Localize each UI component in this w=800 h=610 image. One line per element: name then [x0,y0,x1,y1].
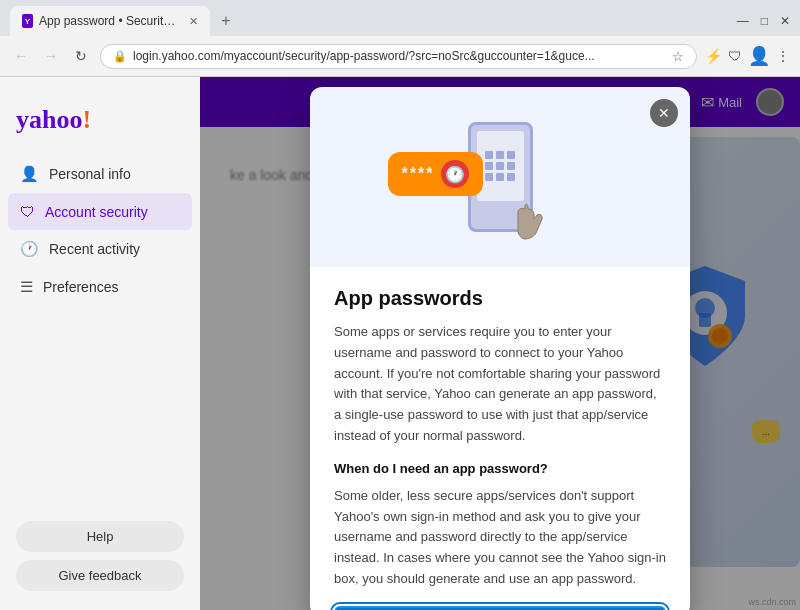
main-content: Blessy ⠿ ✉ Mail ke a look and pick what'… [200,77,800,610]
modal-body: App passwords Some apps or services requ… [310,267,690,610]
dot-4 [485,162,493,170]
maximize-button[interactable]: □ [761,14,768,28]
refresh-button[interactable]: ↻ [70,46,92,66]
forward-button[interactable]: → [40,46,62,66]
modal-subtitle: When do I need an app password? [334,461,666,476]
dot-1 [485,151,493,159]
sidebar-label-account-security: Account security [45,204,148,220]
sidebar-label-personal-info: Personal info [49,166,131,182]
phone-illustration: **** 🕐 [468,122,533,232]
dot-3 [507,151,515,159]
yahoo-logo-text: yahoo! [16,105,91,135]
phone-dots [485,151,515,181]
lock-icon: 🔒 [113,50,127,63]
toolbar-icons: ⚡ 🛡 👤 ⋮ [705,45,790,67]
shield-nav-icon: 🛡 [20,203,35,220]
stars-text: **** [402,165,435,183]
dot-8 [496,173,504,181]
tab-favicon: Y [22,14,33,28]
feedback-button[interactable]: Give feedback [16,560,184,591]
get-started-button[interactable]: Get started [334,606,666,610]
tab-close-button[interactable]: ✕ [189,15,198,28]
title-bar: Y App password • Security • Yahoo... ✕ +… [0,0,800,36]
address-bar-row: ← → ↻ 🔒 login.yahoo.com/myaccount/securi… [0,36,800,76]
hand-icon [500,199,550,249]
dot-7 [485,173,493,181]
sidebar-item-account-security[interactable]: 🛡 Account security [8,193,192,230]
help-button[interactable]: Help [16,521,184,552]
bookmark-icon[interactable]: ☆ [672,49,684,64]
url-text: login.yahoo.com/myaccount/security/app-p… [133,49,666,63]
dot-2 [496,151,504,159]
sidebar-item-recent-activity[interactable]: 🕐 Recent activity [8,230,192,268]
window-controls: — □ ✕ [737,14,790,28]
tab-title: App password • Security • Yahoo... [39,14,179,28]
password-bubble: **** 🕐 [388,152,483,196]
close-button[interactable]: ✕ [780,14,790,28]
dot-9 [507,173,515,181]
modal-description: Some apps or services require you to ent… [334,322,666,447]
sidebar-item-preferences[interactable]: ☰ Preferences [8,268,192,306]
modal-overlay: ✕ [200,77,800,610]
sidebar: yahoo! 👤 Personal info 🛡 Account securit… [0,77,200,610]
new-tab-button[interactable]: + [214,9,238,33]
clock-icon: 🕐 [441,160,469,188]
sidebar-item-personal-info[interactable]: 👤 Personal info [8,155,192,193]
browser-tab[interactable]: Y App password • Security • Yahoo... ✕ [10,6,210,36]
sidebar-label-recent-activity: Recent activity [49,241,140,257]
close-icon: ✕ [658,105,670,121]
back-button[interactable]: ← [10,46,32,66]
shield-icon[interactable]: 🛡 [728,48,742,64]
extensions-icon[interactable]: ⚡ [705,48,722,64]
modal-detail: Some older, less secure apps/services do… [334,486,666,590]
menu-icon[interactable]: ⋮ [776,48,790,64]
yahoo-logo: yahoo! [0,93,200,155]
minimize-button[interactable]: — [737,14,749,28]
address-bar[interactable]: 🔒 login.yahoo.com/myaccount/security/app… [100,44,697,69]
sidebar-nav: 👤 Personal info 🛡 Account security 🕐 Rec… [0,155,200,306]
list-nav-icon: ☰ [20,278,33,296]
modal-close-button[interactable]: ✕ [650,99,678,127]
page-body: yahoo! 👤 Personal info 🛡 Account securit… [0,77,800,610]
dot-6 [507,162,515,170]
sidebar-label-preferences: Preferences [43,279,118,295]
modal-title: App passwords [334,287,666,310]
person-icon: 👤 [20,165,39,183]
phone-screen [477,131,524,201]
sidebar-bottom: Help Give feedback [0,521,200,591]
profile-icon[interactable]: 👤 [748,45,770,67]
modal-dialog: ✕ [310,87,690,610]
modal-illustration: **** 🕐 [310,87,690,267]
browser-chrome: Y App password • Security • Yahoo... ✕ +… [0,0,800,77]
dot-5 [496,162,504,170]
clock-nav-icon: 🕐 [20,240,39,258]
